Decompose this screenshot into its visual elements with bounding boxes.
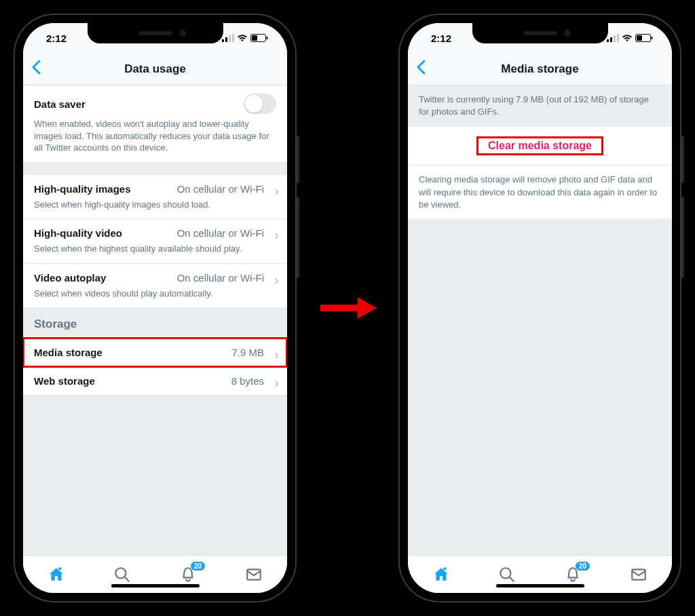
svg-rect-14	[610, 37, 612, 42]
battery-icon	[635, 34, 653, 42]
usage-info: Twitter is currently using 7.9 MB (out o…	[408, 85, 672, 126]
svg-line-9	[125, 577, 129, 581]
chevron-right-icon: ›	[274, 227, 279, 243]
notification-badge: 20	[190, 561, 206, 571]
data-saver-label: Data saver	[34, 98, 86, 110]
envelope-icon	[245, 566, 263, 583]
chevron-left-icon	[31, 60, 41, 75]
svg-rect-0	[222, 39, 224, 42]
search-icon	[113, 566, 131, 583]
autoplay-value: On cellular or Wi-Fi	[177, 272, 264, 284]
status-indicators	[607, 34, 653, 42]
data-saver-row[interactable]: Data saver When enabled, videos won't au…	[23, 85, 287, 163]
transition-arrow	[317, 294, 378, 322]
chevron-right-icon: ›	[274, 272, 279, 288]
back-button[interactable]	[416, 58, 426, 79]
notch	[472, 23, 608, 43]
hq-video-row[interactable]: High-quality video On cellular or Wi-Fi …	[23, 219, 287, 264]
status-indicators	[222, 34, 268, 42]
arrow-right-icon	[317, 294, 378, 322]
svg-marker-12	[358, 297, 377, 319]
tab-messages[interactable]	[240, 561, 267, 588]
svg-rect-6	[267, 37, 268, 39]
svg-rect-19	[652, 37, 653, 39]
svg-rect-13	[607, 39, 609, 42]
status-time: 2:12	[46, 33, 67, 44]
page-title: Data usage	[23, 62, 287, 76]
web-storage-value: 8 bytes	[231, 375, 264, 387]
envelope-icon	[630, 566, 647, 583]
phone-frame-left: 2:12 Data usage Data saver	[14, 14, 297, 602]
hq-images-row[interactable]: High-quality images On cellular or Wi-Fi…	[23, 175, 287, 220]
home-icon	[48, 566, 65, 583]
cellular-icon	[607, 34, 619, 42]
status-time: 2:12	[431, 33, 451, 44]
notch	[88, 23, 223, 43]
search-icon	[498, 566, 516, 583]
page-title: Media storage	[408, 62, 672, 76]
tab-home[interactable]	[428, 561, 455, 588]
clear-media-storage-button[interactable]: Clear media storage	[408, 126, 672, 166]
hq-images-value: On cellular or Wi-Fi	[177, 183, 264, 195]
hq-video-desc: Select when the highest quality availabl…	[34, 243, 276, 255]
svg-rect-3	[232, 34, 234, 42]
clear-media-label: Clear media storage	[476, 136, 603, 155]
hq-images-label: High-quality images	[34, 183, 131, 195]
hq-images-desc: Select when high-quality images should l…	[34, 199, 276, 211]
media-storage-row[interactable]: Media storage 7.9 MB ›	[23, 338, 287, 367]
tab-home[interactable]	[43, 561, 70, 588]
wifi-icon	[237, 34, 248, 42]
chevron-right-icon: ›	[274, 375, 279, 391]
chevron-right-icon: ›	[274, 183, 279, 199]
nav-bar: Data usage	[23, 53, 287, 85]
cellular-icon	[222, 34, 234, 42]
content-area: Twitter is currently using 7.9 MB (out o…	[408, 85, 672, 555]
svg-rect-2	[229, 35, 231, 42]
autoplay-row[interactable]: Video autoplay On cellular or Wi-Fi › Se…	[23, 264, 287, 309]
wifi-icon	[622, 34, 633, 42]
svg-rect-18	[637, 35, 642, 41]
svg-rect-1	[225, 37, 227, 42]
media-storage-label: Media storage	[34, 347, 102, 358]
autoplay-label: Video autoplay	[34, 272, 106, 284]
chevron-right-icon: ›	[274, 347, 279, 362]
data-saver-desc: When enabled, videos won't autoplay and …	[34, 118, 276, 154]
svg-point-20	[443, 567, 446, 570]
media-storage-value: 7.9 MB	[231, 347, 264, 358]
home-indicator[interactable]	[496, 584, 584, 588]
battery-icon	[250, 34, 268, 42]
svg-line-22	[510, 577, 514, 581]
svg-rect-5	[252, 35, 257, 41]
clear-desc: Clearing media storage will remove photo…	[408, 166, 672, 220]
home-indicator[interactable]	[111, 584, 200, 588]
svg-point-7	[58, 567, 61, 570]
web-storage-label: Web storage	[34, 375, 95, 387]
data-saver-toggle[interactable]	[244, 94, 276, 114]
back-button[interactable]	[31, 58, 41, 79]
content-area: Data saver When enabled, videos won't au…	[23, 85, 287, 555]
hq-video-label: High-quality video	[34, 227, 122, 239]
storage-header: Storage	[23, 308, 287, 338]
tab-messages[interactable]	[625, 561, 652, 588]
notification-badge: 20	[575, 561, 590, 571]
svg-rect-15	[614, 35, 616, 42]
web-storage-row[interactable]: Web storage 8 bytes ›	[23, 367, 287, 396]
autoplay-desc: Select when videos should play automatic…	[34, 288, 276, 300]
hq-video-value: On cellular or Wi-Fi	[177, 227, 264, 239]
nav-bar: Media storage	[408, 53, 672, 85]
phone-frame-right: 2:12 Media storage Twitter is currently …	[398, 14, 681, 602]
svg-rect-16	[617, 34, 619, 42]
chevron-left-icon	[416, 60, 426, 75]
home-icon	[432, 566, 450, 583]
